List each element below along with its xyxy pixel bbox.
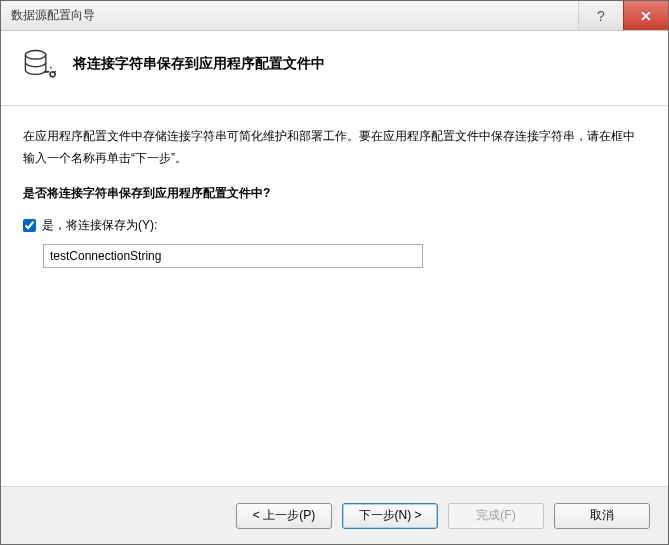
next-button[interactable]: 下一步(N) > [342, 503, 438, 529]
cancel-button[interactable]: 取消 [554, 503, 650, 529]
title-buttons: ? ✕ [578, 1, 668, 30]
description-text: 在应用程序配置文件中存储连接字符串可简化维护和部署工作。要在应用程序配置文件中保… [23, 126, 646, 169]
wizard-window: 数据源配置向导 ? ✕ 将连接字符串保存到应用程序配置文件中 在应用程序配置文件… [0, 0, 669, 545]
wizard-content: 在应用程序配置文件中存储连接字符串可简化维护和部署工作。要在应用程序配置文件中保… [1, 106, 668, 486]
close-button[interactable]: ✕ [623, 1, 668, 30]
wizard-header: 将连接字符串保存到应用程序配置文件中 [1, 31, 668, 106]
checkbox-label: 是，将连接保存为(Y): [42, 215, 157, 237]
finish-button: 完成(F) [448, 503, 544, 529]
wizard-heading: 将连接字符串保存到应用程序配置文件中 [73, 47, 325, 73]
svg-point-0 [25, 51, 45, 60]
window-title: 数据源配置向导 [11, 7, 95, 24]
database-icon [21, 47, 57, 83]
close-icon: ✕ [640, 8, 652, 24]
back-button[interactable]: < 上一步(P) [236, 503, 332, 529]
help-icon: ? [597, 8, 605, 24]
connection-name-wrap [23, 244, 646, 268]
save-connection-checkbox[interactable] [23, 219, 36, 232]
save-connection-checkbox-row[interactable]: 是，将连接保存为(Y): [23, 215, 646, 237]
title-bar: 数据源配置向导 ? ✕ [1, 1, 668, 31]
question-text: 是否将连接字符串保存到应用程序配置文件中? [23, 183, 646, 205]
connection-name-input[interactable] [43, 244, 423, 268]
wizard-footer: < 上一步(P) 下一步(N) > 完成(F) 取消 [1, 486, 668, 544]
help-button[interactable]: ? [578, 1, 623, 30]
